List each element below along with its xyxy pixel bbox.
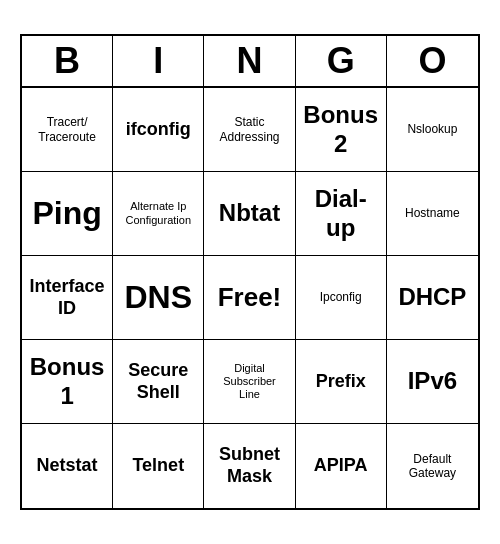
bingo-cell-3: Bonus2 (296, 88, 387, 172)
bingo-cell-text-0: Tracert/Traceroute (38, 115, 96, 144)
bingo-cell-text-5: Ping (32, 194, 101, 232)
bingo-cell-14: DHCP (387, 256, 478, 340)
bingo-cell-12: Free! (204, 256, 295, 340)
bingo-header: BINGO (22, 36, 478, 88)
bingo-cell-text-17: DigitalSubscriberLine (223, 362, 276, 402)
bingo-cell-23: APIPA (296, 424, 387, 508)
bingo-cell-0: Tracert/Traceroute (22, 88, 113, 172)
bingo-cell-8: Dial-up (296, 172, 387, 256)
bingo-cell-text-11: DNS (125, 278, 193, 316)
bingo-cell-11: DNS (113, 256, 204, 340)
header-letter-i: I (113, 36, 204, 86)
bingo-cell-10: InterfaceID (22, 256, 113, 340)
bingo-card: BINGO Tracert/TracerouteifconfigStaticAd… (20, 34, 480, 510)
bingo-cell-text-19: IPv6 (408, 367, 457, 396)
bingo-cell-16: SecureShell (113, 340, 204, 424)
bingo-cell-text-7: Nbtat (219, 199, 280, 228)
bingo-cell-19: IPv6 (387, 340, 478, 424)
bingo-cell-15: Bonus1 (22, 340, 113, 424)
bingo-cell-text-15: Bonus1 (30, 353, 105, 411)
bingo-cell-9: Hostname (387, 172, 478, 256)
bingo-cell-text-4: Nslookup (407, 122, 457, 136)
bingo-cell-text-22: SubnetMask (219, 444, 280, 487)
bingo-cell-6: Alternate IpConfiguration (113, 172, 204, 256)
bingo-cell-text-23: APIPA (314, 455, 368, 477)
bingo-cell-20: Netstat (22, 424, 113, 508)
bingo-cell-text-20: Netstat (37, 455, 98, 477)
bingo-cell-18: Prefix (296, 340, 387, 424)
bingo-cell-text-10: InterfaceID (30, 276, 105, 319)
bingo-cell-17: DigitalSubscriberLine (204, 340, 295, 424)
header-letter-g: G (296, 36, 387, 86)
bingo-cell-text-13: Ipconfig (320, 290, 362, 304)
bingo-cell-5: Ping (22, 172, 113, 256)
bingo-cell-text-21: Telnet (132, 455, 184, 477)
bingo-cell-text-1: ifconfig (126, 119, 191, 141)
bingo-cell-text-12: Free! (218, 282, 282, 313)
bingo-cell-text-14: DHCP (398, 283, 466, 312)
bingo-cell-text-18: Prefix (316, 371, 366, 393)
bingo-cell-13: Ipconfig (296, 256, 387, 340)
bingo-cell-4: Nslookup (387, 88, 478, 172)
bingo-cell-text-16: SecureShell (128, 360, 188, 403)
bingo-cell-22: SubnetMask (204, 424, 295, 508)
bingo-cell-text-3: Bonus2 (303, 101, 378, 159)
bingo-cell-1: ifconfig (113, 88, 204, 172)
header-letter-o: O (387, 36, 478, 86)
bingo-cell-text-9: Hostname (405, 206, 460, 220)
bingo-cell-7: Nbtat (204, 172, 295, 256)
header-letter-b: B (22, 36, 113, 86)
bingo-cell-text-8: Dial-up (315, 185, 367, 243)
header-letter-n: N (204, 36, 295, 86)
bingo-cell-text-2: StaticAddressing (219, 115, 279, 144)
bingo-cell-text-6: Alternate IpConfiguration (126, 200, 191, 226)
bingo-cell-24: DefaultGateway (387, 424, 478, 508)
bingo-cell-21: Telnet (113, 424, 204, 508)
bingo-cell-2: StaticAddressing (204, 88, 295, 172)
bingo-grid: Tracert/TracerouteifconfigStaticAddressi… (22, 88, 478, 508)
bingo-cell-text-24: DefaultGateway (409, 452, 456, 481)
